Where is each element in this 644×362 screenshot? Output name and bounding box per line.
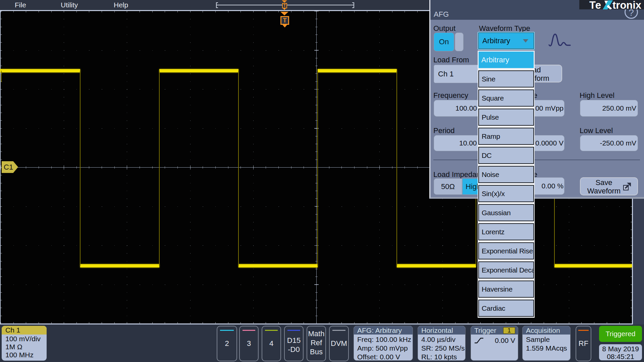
svg-text:Te: Te (589, 0, 601, 9)
svg-text:tronix: tronix (612, 0, 642, 9)
